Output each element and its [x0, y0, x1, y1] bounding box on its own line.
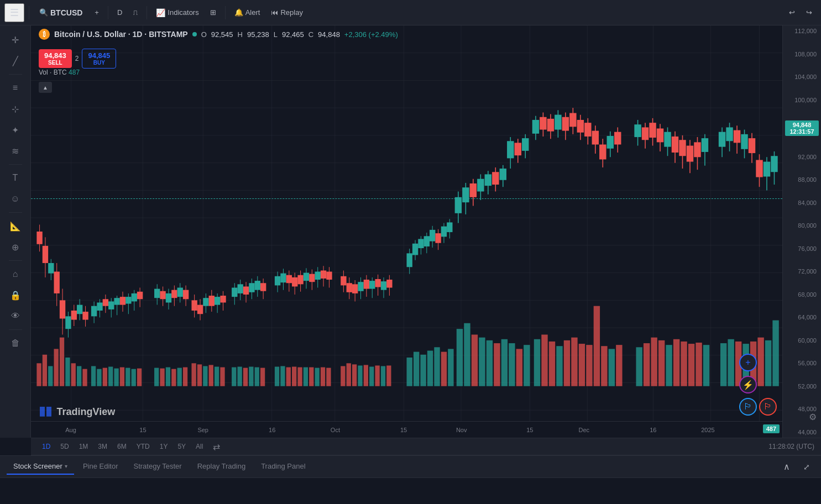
tf-1m[interactable]: 1M: [75, 441, 93, 452]
lock-tool[interactable]: 🔒: [6, 285, 25, 305]
add-alert-float-btn[interactable]: +: [739, 354, 757, 371]
interval-button[interactable]: D: [113, 6, 127, 19]
horizontal-line-tool[interactable]: ≡: [6, 78, 25, 98]
zoom-tool[interactable]: ⊕: [6, 237, 25, 257]
svg-rect-78: [197, 305, 203, 314]
svg-rect-282: [358, 365, 362, 386]
indicators-button[interactable]: 📈 Indicators: [151, 6, 203, 19]
tf-6m[interactable]: 6M: [113, 441, 131, 452]
svg-rect-172: [522, 138, 529, 151]
svg-rect-246: [114, 369, 118, 386]
svg-rect-70: [171, 290, 177, 298]
svg-rect-212: [687, 146, 693, 162]
chart-type-button[interactable]: ⎍: [129, 6, 142, 19]
left-sep3: [9, 212, 22, 213]
alert-button[interactable]: 🔔 Alert: [230, 6, 265, 19]
svg-rect-235: [48, 366, 53, 386]
tf-5d[interactable]: 5D: [56, 441, 73, 452]
menu-button[interactable]: ☰: [4, 3, 24, 22]
svg-rect-202: [649, 123, 656, 138]
price-label: 112,000: [783, 28, 821, 34]
sell-button[interactable]: 94,843 SELL: [39, 49, 72, 68]
eye-tool[interactable]: 👁: [6, 306, 25, 326]
lightning-float-btn[interactable]: ⚡: [739, 376, 757, 393]
svg-rect-154: [455, 197, 462, 213]
time-label-sep: Sep: [197, 427, 208, 433]
delete-tool[interactable]: 🗑: [6, 333, 25, 353]
svg-rect-237: [60, 338, 64, 386]
svg-rect-110: [304, 273, 309, 281]
fork-tool[interactable]: ⊹: [6, 99, 25, 119]
svg-rect-285: [375, 365, 379, 386]
svg-rect-144: [424, 236, 430, 246]
svg-rect-108: [297, 275, 303, 285]
svg-rect-320: [658, 340, 665, 386]
svg-rect-226: [749, 138, 755, 153]
crosshair-tool[interactable]: ✛: [6, 30, 25, 50]
collapse-button[interactable]: ▲: [39, 82, 52, 93]
svg-rect-146: [430, 230, 435, 242]
svg-rect-126: [358, 282, 363, 291]
svg-rect-104: [286, 275, 292, 284]
svg-rect-260: [209, 365, 213, 386]
bottom-panel-content: [0, 478, 821, 504]
magnet-tool[interactable]: ⌂: [6, 264, 25, 284]
redo-button[interactable]: ↪: [802, 6, 817, 19]
svg-rect-188: [584, 123, 591, 136]
svg-rect-252: [160, 369, 164, 386]
svg-rect-168: [507, 141, 514, 158]
svg-rect-128: [364, 280, 369, 289]
tab-pine-editor[interactable]: Pine Editor: [76, 459, 125, 475]
price-axis: 112,000 108,000 104,000 100,000 94,848 1…: [782, 25, 821, 438]
replay-button[interactable]: ⏮ Replay: [266, 6, 307, 19]
tab-strategy-tester[interactable]: Strategy Tester: [127, 459, 188, 475]
toolbar-right: ↩ ↪: [785, 6, 817, 19]
date-range-button[interactable]: ⇄: [208, 440, 224, 454]
tf-1d[interactable]: 1D: [38, 441, 55, 452]
tf-ytd[interactable]: YTD: [132, 441, 154, 452]
tab-trading-panel[interactable]: Trading Panel: [254, 459, 312, 475]
svg-rect-318: [644, 343, 650, 386]
tab-replay-trading[interactable]: Replay Trading: [191, 459, 252, 475]
trend-line-tool[interactable]: ╱: [6, 51, 25, 71]
ruler-tool[interactable]: 📐: [6, 216, 25, 236]
svg-rect-48: [97, 302, 102, 311]
price-label: 76,000: [783, 245, 821, 252]
svg-rect-287: [386, 365, 391, 386]
svg-rect-82: [209, 296, 215, 306]
buy-button[interactable]: 94,845 BUY: [82, 49, 116, 69]
emoji-tool[interactable]: ☺: [6, 189, 25, 209]
tf-5y[interactable]: 5Y: [173, 441, 190, 452]
svg-rect-283: [364, 365, 368, 386]
svg-rect-56: [120, 297, 125, 305]
svg-rect-68: [166, 293, 171, 303]
tv-logo-text: TradingView: [56, 406, 115, 417]
svg-rect-32: [48, 263, 54, 274]
chart-settings-button[interactable]: ⚙: [809, 412, 817, 422]
svg-rect-299: [487, 340, 493, 386]
collapse-panel-button[interactable]: ∧: [779, 459, 794, 474]
symbol-search-button[interactable]: 🔍 BTCUSD: [34, 6, 88, 19]
trade-buttons: 94,843 SELL 2 94,845 BUY: [39, 49, 116, 69]
tf-3m[interactable]: 3M: [93, 441, 112, 452]
measure-tool[interactable]: ≋: [6, 141, 25, 161]
svg-rect-326: [703, 345, 709, 386]
add-symbol-button[interactable]: +: [90, 6, 103, 19]
tab-stock-screener[interactable]: Stock Screener ▾: [7, 459, 74, 475]
svg-rect-300: [494, 343, 500, 386]
svg-rect-164: [492, 172, 499, 185]
expand-panel-button[interactable]: ⤢: [799, 460, 814, 474]
svg-rect-263: [232, 368, 236, 386]
svg-rect-239: [71, 363, 76, 386]
pattern-tool[interactable]: ✦: [6, 120, 25, 140]
tf-all[interactable]: All: [191, 441, 207, 452]
flag-red-btn[interactable]: 🏳: [759, 398, 777, 416]
svg-rect-308: [556, 346, 562, 386]
tf-1y[interactable]: 1Y: [155, 441, 172, 452]
layouts-button[interactable]: ⊞: [206, 6, 221, 19]
svg-rect-294: [448, 349, 453, 386]
text-tool[interactable]: T: [6, 168, 25, 188]
undo-button[interactable]: ↩: [785, 6, 799, 19]
svg-rect-218: [719, 132, 725, 147]
flag-blue-btn[interactable]: 🏳: [739, 398, 757, 416]
